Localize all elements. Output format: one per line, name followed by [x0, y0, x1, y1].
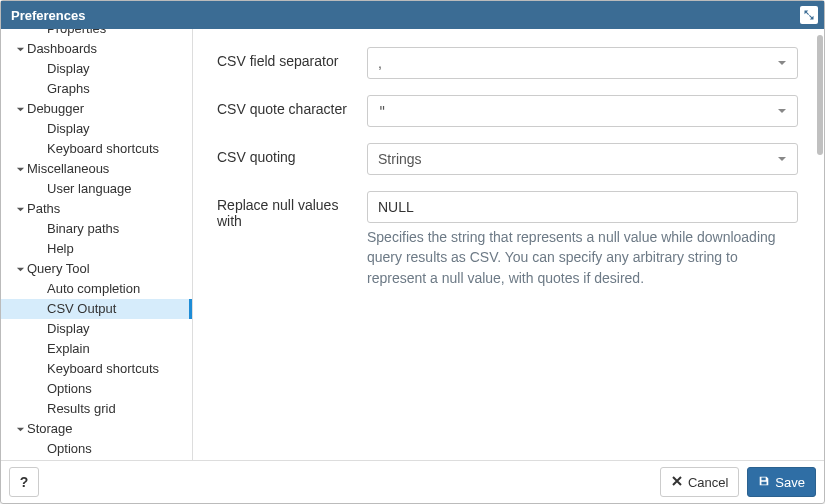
- chevron-down-icon: [13, 265, 27, 274]
- sidebar-item-qt-options[interactable]: Options: [1, 379, 192, 399]
- sidebar-item-qt-auto-completion[interactable]: Auto completion: [1, 279, 192, 299]
- select-csv-field-separator[interactable]: ,: [367, 47, 798, 79]
- caret-down-icon: [777, 151, 787, 167]
- close-icon: [671, 475, 683, 490]
- caret-down-icon: [777, 55, 787, 71]
- select-csv-quoting[interactable]: Strings: [367, 143, 798, 175]
- sidebar-group-query-tool[interactable]: Query Tool: [1, 259, 192, 279]
- label-csv-quoting: CSV quoting: [217, 143, 367, 165]
- save-button[interactable]: Save: [747, 467, 816, 497]
- cancel-button[interactable]: Cancel: [660, 467, 739, 497]
- label-replace-null: Replace null values with: [217, 191, 367, 229]
- sidebar-item-debugger-display[interactable]: Display: [1, 119, 192, 139]
- help-button[interactable]: ?: [9, 467, 39, 497]
- sidebar-item-properties[interactable]: Properties: [1, 29, 192, 39]
- scrollbar[interactable]: [817, 35, 823, 460]
- sidebar-item-dashboards-graphs[interactable]: Graphs: [1, 79, 192, 99]
- sidebar-item-qt-results-grid[interactable]: Results grid: [1, 399, 192, 419]
- sidebar-group-paths[interactable]: Paths: [1, 199, 192, 219]
- sidebar-item-storage-options[interactable]: Options: [1, 439, 192, 459]
- chevron-down-icon: [13, 165, 27, 174]
- select-csv-quote-character[interactable]: ": [367, 95, 798, 127]
- sidebar-group-storage[interactable]: Storage: [1, 419, 192, 439]
- chevron-down-icon: [13, 425, 27, 434]
- sidebar-item-qt-display[interactable]: Display: [1, 319, 192, 339]
- question-icon: ?: [20, 474, 29, 490]
- footer: ? Cancel Save: [1, 460, 824, 503]
- help-text-replace-null: Specifies the string that represents a n…: [367, 227, 798, 288]
- window-title: Preferences: [11, 8, 85, 23]
- sidebar-group-debugger[interactable]: Debugger: [1, 99, 192, 119]
- sidebar-item-debugger-keyboard-shortcuts[interactable]: Keyboard shortcuts: [1, 139, 192, 159]
- titlebar: Preferences: [1, 1, 824, 29]
- chevron-down-icon: [13, 45, 27, 54]
- sidebar-item-qt-keyboard-shortcuts[interactable]: Keyboard shortcuts: [1, 359, 192, 379]
- label-csv-field-separator: CSV field separator: [217, 47, 367, 69]
- sidebar-item-paths-binary[interactable]: Binary paths: [1, 219, 192, 239]
- expand-icon[interactable]: [800, 6, 818, 24]
- chevron-down-icon: [13, 105, 27, 114]
- save-icon: [758, 475, 770, 490]
- sidebar-item-qt-csv-output[interactable]: CSV Output: [1, 299, 192, 319]
- sidebar-item-dashboards-display[interactable]: Display: [1, 59, 192, 79]
- label-csv-quote-character: CSV quote character: [217, 95, 367, 117]
- sidebar-item-paths-help[interactable]: Help: [1, 239, 192, 259]
- sidebar-item-misc-user-language[interactable]: User language: [1, 179, 192, 199]
- sidebar-group-dashboards[interactable]: Dashboards: [1, 39, 192, 59]
- input-replace-null[interactable]: [367, 191, 798, 223]
- sidebar-group-miscellaneous[interactable]: Miscellaneous: [1, 159, 192, 179]
- caret-down-icon: [777, 103, 787, 119]
- sidebar-item-qt-explain[interactable]: Explain: [1, 339, 192, 359]
- sidebar: Properties Dashboards Display Graphs Deb…: [1, 29, 193, 460]
- chevron-down-icon: [13, 205, 27, 214]
- content-panel: CSV field separator , CSV quote characte…: [193, 29, 824, 460]
